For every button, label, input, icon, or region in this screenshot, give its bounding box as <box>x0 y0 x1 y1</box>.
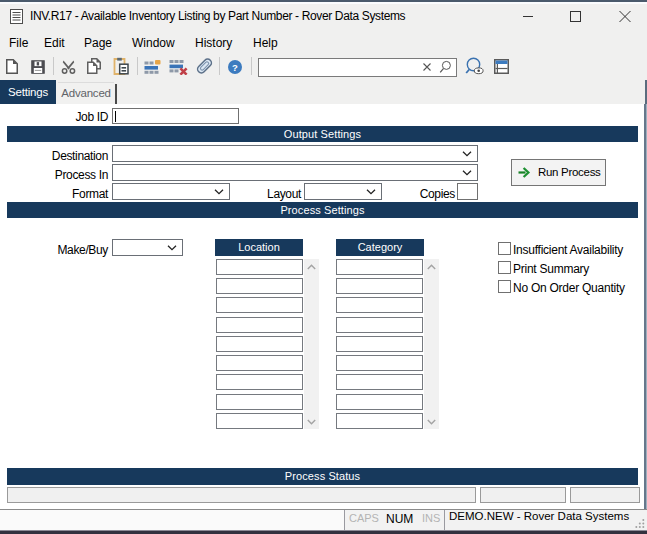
svg-text:?: ? <box>232 62 238 73</box>
